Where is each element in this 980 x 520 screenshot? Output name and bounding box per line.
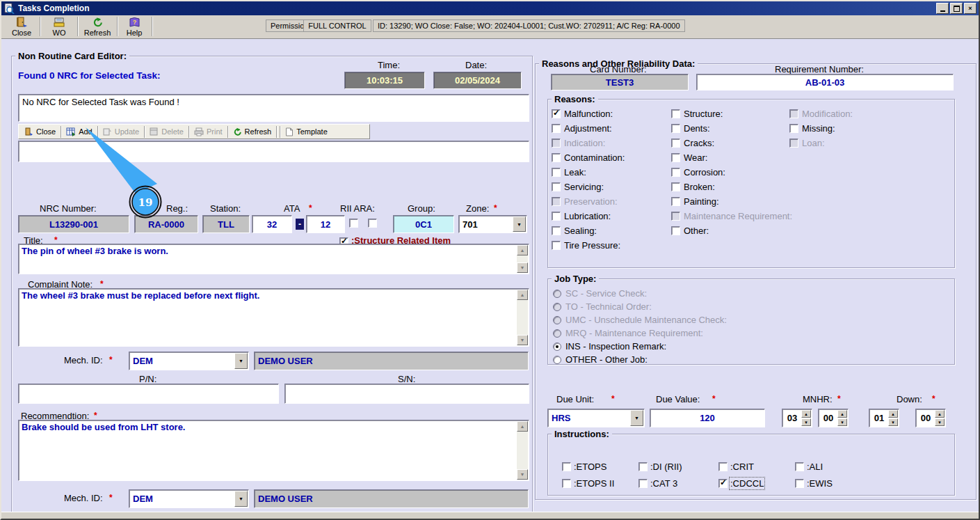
nrc-toolbar: Close Add Update [18,124,370,139]
due-value-input[interactable]: 120 [650,409,765,427]
mech-id2-dropdown-button[interactable]: ▼ [234,491,248,507]
reason-checkbox-lubrication[interactable] [552,212,561,221]
nrc-close-button[interactable]: Close [21,126,59,138]
reason-checkbox-wear[interactable] [671,153,680,162]
reason-checkbox-contamination[interactable] [552,153,561,162]
instruction-checkbox-cat3[interactable] [638,479,648,488]
toolbar-close-button[interactable]: Close [6,16,38,37]
instruction-checkbox-etops[interactable] [562,462,571,471]
nrc-delete-button[interactable]: Delete [146,126,187,138]
instruction-checkbox-ali[interactable] [795,462,804,471]
instructions-group-title: Instructions: [552,429,612,439]
reg-label: Reg.: [166,203,188,214]
spin-up-button[interactable]: ▲ [935,410,945,418]
instruction-checkbox-cdccl[interactable] [718,479,728,488]
scroll-up-button[interactable]: ▲ [517,421,528,432]
reason-checkbox-broken[interactable] [671,182,680,191]
complaint-textarea[interactable]: The wheel #3 brake must be replaced befo… [18,288,529,347]
ara-checkbox[interactable] [368,219,377,228]
down-minutes-spinner[interactable]: 00 ▲▼ [915,409,946,427]
instruction-checkbox-crit[interactable] [718,462,728,471]
reason-checkbox-missing[interactable] [789,124,798,133]
reason-label: Broken: [684,182,715,192]
nrc-entry-input[interactable] [18,141,529,162]
down-hours-spinner[interactable]: 01 ▲▼ [869,409,899,427]
reason-checkbox-tire-pressure[interactable] [552,241,561,250]
print-icon [194,127,204,136]
reason-checkbox-other[interactable] [671,226,680,235]
restore-button[interactable] [950,3,963,14]
instruction-label: :CRIT [730,462,754,472]
reason-checkbox-servicing[interactable] [552,182,561,191]
instruction-checkbox-ewis[interactable] [795,479,804,488]
zone-dropdown-button[interactable]: ▼ [513,216,526,232]
scroll-down-button[interactable]: ▼ [517,469,528,480]
recommendation-scrollbar[interactable]: ▲ ▼ [517,421,528,480]
time-value: 10:03:15 [367,75,403,86]
job-type-radio-ins[interactable] [553,342,561,351]
nrc-add-button[interactable]: Add [63,126,96,138]
reason-checkbox-structure[interactable] [671,109,680,118]
mnhr-hours-value: 03 [787,413,797,423]
due-unit-select[interactable]: HRS ▼ [547,409,645,427]
titlebar: Tasks Completion × [1,1,979,15]
instruction-checkbox-di-rii[interactable] [638,462,648,471]
scroll-down-button[interactable]: ▼ [517,262,528,273]
nrc-print-button[interactable]: Print [191,126,226,138]
reason-checkbox-adjustment[interactable] [552,124,561,133]
mnhr-hours-spinner[interactable]: 03 ▲▼ [782,409,812,427]
main-toolbar: Close WO Refresh ? Help [1,15,979,39]
nrc-number-box: L13290-001 [18,215,129,233]
mech-id-dropdown-button[interactable]: ▼ [234,353,248,369]
title-textarea[interactable]: The pin of wheel #3 brake is worn. ▲ ▼ [18,244,529,274]
mech-id2-select[interactable]: DEM ▼ [129,489,249,508]
reason-checkbox-painting[interactable] [671,197,680,206]
reason-checkbox-corrosion[interactable] [671,168,680,177]
nrc-refresh-button[interactable]: Refresh [230,126,275,138]
requirement-number-input[interactable]: AB-01-03 [696,74,954,90]
title-scrollbar[interactable]: ▲ ▼ [517,245,528,273]
spin-up-button[interactable]: ▲ [888,410,898,418]
job-type-radio-other[interactable] [553,356,561,364]
pn-input[interactable] [18,384,279,404]
ata-major-input[interactable]: 32 [252,215,292,233]
scroll-up-button[interactable]: ▲ [517,245,528,255]
reason-checkbox-dents[interactable] [671,124,680,133]
spin-down-button[interactable]: ▼ [837,418,847,426]
mech-user2-box: DEMO USER [254,489,529,508]
sn-input[interactable] [284,384,529,404]
zone-select[interactable]: 701 ▼ [458,215,527,233]
mech-id-select[interactable]: DEM ▼ [129,352,249,370]
complaint-scrollbar[interactable]: ▲ ▼ [517,290,528,345]
reason-checkbox-leak[interactable] [552,168,561,177]
minimize-button[interactable] [936,3,949,14]
rii-checkbox[interactable] [349,219,358,228]
reason-label: Preservation: [564,196,618,207]
due-unit-dropdown-button[interactable]: ▼ [630,410,643,426]
close-window-button[interactable]: × [964,3,977,14]
reason-checkbox-malfunction[interactable] [552,109,561,118]
reason-checkbox-cracks[interactable] [671,139,680,148]
spin-down-button[interactable]: ▼ [888,418,898,426]
nrc-list-box[interactable]: No NRC for Selected Task was Found ! [18,94,529,122]
spin-up-button[interactable]: ▲ [801,410,811,418]
nrc-template-button[interactable]: Template [282,126,331,138]
instruction-checkbox-etops2[interactable] [562,479,571,488]
toolbar-refresh-button[interactable]: Refresh [80,16,115,37]
toolbar-wo-button[interactable]: WO [43,16,75,37]
scroll-up-button[interactable]: ▲ [517,290,528,300]
mnhr-minutes-spinner[interactable]: 00 ▲▼ [818,409,849,427]
reason-checkbox-indication [552,139,561,148]
ata-minor-input[interactable]: 12 [306,215,345,233]
delete-record-icon [150,127,159,136]
scroll-down-button[interactable]: ▼ [517,335,528,345]
spin-down-button[interactable]: ▼ [801,418,811,426]
toolbar-separator [40,17,40,36]
nrc-update-button[interactable]: Update [99,126,143,138]
spin-down-button[interactable]: ▼ [935,418,945,426]
spin-up-button[interactable]: ▲ [837,410,847,418]
reason-checkbox-sealing[interactable] [552,226,561,235]
toolbar-help-button[interactable]: ? Help [120,16,149,37]
recommendation-textarea[interactable]: Brake should be used from LHT store. ▲ ▼ [18,420,529,481]
reason-label: Structure: [684,109,723,119]
